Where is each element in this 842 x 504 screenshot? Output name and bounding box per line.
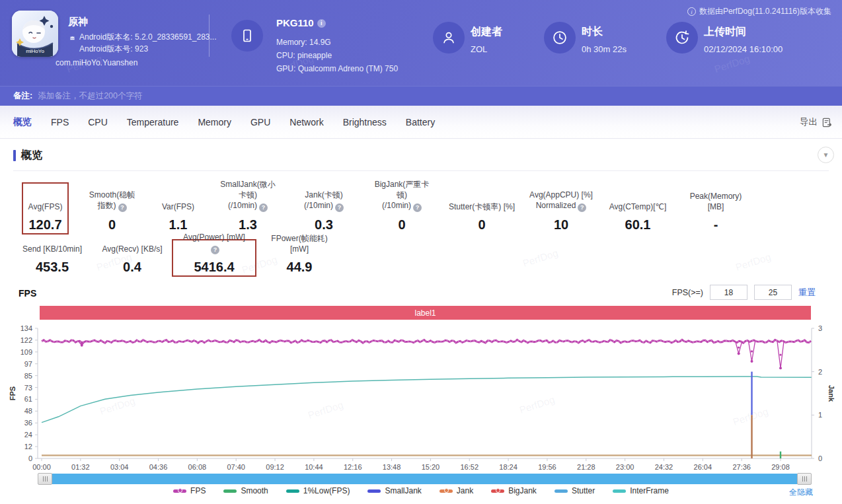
legend-label: InterFrame bbox=[630, 486, 669, 495]
legend-Smooth[interactable]: Smooth bbox=[223, 486, 268, 495]
metric-value: 120.7 bbox=[28, 217, 61, 233]
metric-value: 0.4 bbox=[123, 260, 141, 275]
metric-value: 0 bbox=[108, 217, 116, 233]
metric-Avg(Power) [mW]: Avg(Power) [mW]?5416.4 bbox=[172, 239, 256, 277]
metric-label: FPower(帧能耗) [mW] bbox=[263, 241, 336, 254]
scrollbar-right-handle[interactable] bbox=[797, 473, 812, 485]
section-divider bbox=[13, 170, 829, 171]
metric-label: Avg(CTemp)[℃] bbox=[609, 184, 667, 212]
metric-value: - bbox=[714, 217, 718, 233]
x-tick: 10:44 bbox=[305, 463, 323, 471]
device-cpu: CPU: pineapple bbox=[276, 51, 332, 60]
help-icon[interactable]: ? bbox=[211, 246, 219, 254]
legend-SmallJank[interactable]: SmallJank bbox=[367, 486, 421, 495]
legend-1%Low(FPS)[interactable]: 1%Low(FPS) bbox=[286, 486, 350, 495]
metric-value: 10 bbox=[554, 217, 568, 233]
device-icon bbox=[231, 20, 263, 52]
x-tick: 01:32 bbox=[71, 463, 90, 471]
y-right-tick: 1 bbox=[818, 411, 822, 419]
legend-marker bbox=[555, 489, 568, 493]
help-icon[interactable]: ? bbox=[259, 203, 268, 212]
fps-threshold-low-input[interactable] bbox=[710, 285, 747, 300]
android-icon bbox=[68, 34, 77, 46]
tab-FPS[interactable]: FPS bbox=[51, 117, 69, 127]
y-left-tick: 0 bbox=[28, 454, 32, 462]
legend-Stutter[interactable]: Stutter bbox=[555, 486, 595, 495]
series-FPS bbox=[42, 340, 811, 343]
help-icon[interactable]: ? bbox=[335, 203, 344, 212]
tab-概览[interactable]: 概览 bbox=[13, 116, 32, 128]
legend-BigJank[interactable]: BigJank bbox=[491, 486, 537, 495]
perfdog-report-page: 01224364861738597109122134012300:0001:32… bbox=[0, 0, 842, 504]
x-tick: 29:08 bbox=[771, 463, 790, 471]
export-label: 导出 bbox=[800, 116, 818, 128]
legend-label: SmallJank bbox=[385, 486, 421, 495]
metric-label: BigJank(严重卡顿)(/10min)? bbox=[369, 184, 434, 212]
x-tick: 12:16 bbox=[344, 463, 362, 471]
tab-CPU[interactable]: CPU bbox=[88, 117, 108, 127]
metric-Avg(FPS): Avg(FPS)120.7 bbox=[12, 182, 79, 234]
y-left-tick: 12 bbox=[24, 443, 32, 450]
device-info-icon[interactable]: i bbox=[317, 19, 326, 28]
y-right-tick: 0 bbox=[818, 454, 822, 462]
y-left-tick: 122 bbox=[20, 336, 32, 344]
metric-label: Avg(AppCPU) [%]Normalized? bbox=[529, 184, 593, 212]
legend-marker bbox=[440, 489, 453, 493]
metric-value: 0.3 bbox=[315, 217, 333, 233]
y-left-tick: 36 bbox=[24, 419, 32, 427]
x-tick: 06:08 bbox=[188, 463, 207, 471]
metric-label: Avg(Power) [mW]? bbox=[178, 241, 250, 254]
duration-value: 0h 30m 22s bbox=[582, 44, 627, 54]
tab-Battery[interactable]: Battery bbox=[406, 117, 435, 127]
metric-value: 453.5 bbox=[36, 260, 69, 275]
device-gpu: GPU: Qualcomm Adreno (TM) 750 bbox=[276, 64, 398, 73]
y-left-tick: 24 bbox=[24, 431, 32, 439]
tab-Temperature[interactable]: Temperature bbox=[127, 117, 179, 127]
y-left-tick: 85 bbox=[24, 372, 32, 380]
upload-time-icon bbox=[666, 22, 698, 54]
highlight-box: Avg(Power) [mW]?5416.4 bbox=[172, 239, 256, 277]
tab-Memory[interactable]: Memory bbox=[198, 117, 231, 127]
chart-scrollbar[interactable] bbox=[38, 474, 812, 484]
x-tick: 26:04 bbox=[694, 463, 712, 471]
export-button[interactable]: 导出 bbox=[800, 106, 833, 139]
android-version-name: Android版本名: 5.2.0_28336591_283... bbox=[79, 32, 216, 43]
svg-text:miHoYo: miHoYo bbox=[26, 48, 44, 54]
tab-Brightness[interactable]: Brightness bbox=[343, 117, 387, 127]
x-tick: 13:48 bbox=[383, 463, 401, 471]
help-icon[interactable]: ? bbox=[118, 203, 127, 212]
tab-GPU[interactable]: GPU bbox=[250, 117, 270, 127]
y-left-tick: 61 bbox=[24, 395, 32, 403]
metric-value: 0 bbox=[398, 217, 405, 233]
metrics-row-2: Send [KB/10min]453.5Avg(Recv) [KB/s]0.4A… bbox=[12, 239, 342, 277]
upload-time-value: 02/12/2024 16:10:00 bbox=[704, 44, 783, 54]
legend-label: 1%Low(FPS) bbox=[303, 486, 350, 495]
collapse-section-button[interactable]: ▼ bbox=[818, 147, 834, 163]
legend-FPS[interactable]: FPS bbox=[173, 486, 206, 495]
device-memory: Memory: 14.9G bbox=[276, 38, 331, 47]
metric-Peak(Memory) [MB]: Peak(Memory) [MB]- bbox=[676, 182, 755, 234]
report-header: miHoYo 原神 Android版本名: 5.2.0_28336591_283… bbox=[0, 0, 842, 86]
help-icon[interactable]: ? bbox=[413, 203, 422, 212]
y-left-tick: 48 bbox=[24, 407, 32, 415]
metric-Avg(CTemp)[℃]: Avg(CTemp)[℃]60.1 bbox=[599, 182, 676, 234]
metric-label: SmallJank(微小卡顿)(/10min)? bbox=[217, 184, 278, 212]
x-tick: 24:32 bbox=[655, 463, 673, 471]
legend-InterFrame[interactable]: InterFrame bbox=[613, 486, 669, 495]
tab-Network[interactable]: Network bbox=[289, 117, 323, 127]
x-tick: 21:28 bbox=[577, 463, 595, 471]
legend-Jank[interactable]: Jank bbox=[440, 486, 473, 495]
x-tick: 23:00 bbox=[616, 463, 634, 471]
fps-threshold-high-input[interactable] bbox=[754, 285, 792, 300]
duration-icon bbox=[544, 22, 576, 54]
help-icon[interactable]: ? bbox=[578, 203, 586, 212]
reset-button[interactable]: 重置 bbox=[798, 287, 816, 299]
note-input[interactable] bbox=[38, 91, 632, 100]
app-name: 原神 bbox=[68, 16, 88, 28]
metric-BigJank(严重卡顿): BigJank(严重卡顿)(/10min)?0 bbox=[363, 182, 441, 234]
metric-label: Stutter(卡顿率) [%] bbox=[449, 184, 515, 212]
metric-Avg(Recv) [KB/s]: Avg(Recv) [KB/s]0.4 bbox=[93, 239, 172, 277]
scrollbar-left-handle[interactable] bbox=[38, 473, 52, 485]
hide-all-button[interactable]: 全隐藏 bbox=[789, 487, 813, 498]
tab-bar: 概览FPSCPUTemperatureMemoryGPUNetworkBrigh… bbox=[0, 106, 842, 139]
